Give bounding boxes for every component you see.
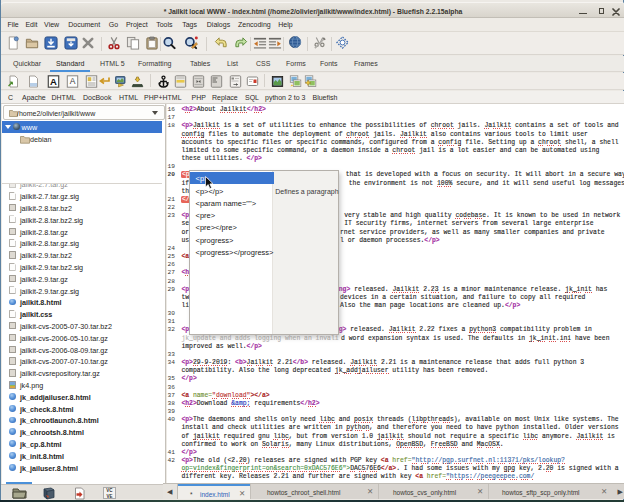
svg-text:A: A [50, 76, 57, 87]
svg-text:A: A [70, 76, 76, 86]
